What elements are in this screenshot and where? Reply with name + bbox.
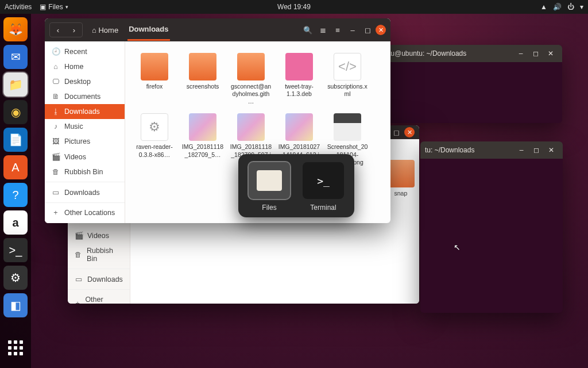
- switcher-item-files[interactable]: Files: [249, 162, 290, 212]
- file-label: IMG_20181118_182709_5…: [181, 143, 224, 158]
- maximize-button[interactable]: ◻: [529, 47, 543, 60]
- app-menu-files[interactable]: ▣ Files: [40, 3, 68, 11]
- file-item[interactable]: IMG_20181118_182709_5…: [179, 111, 226, 168]
- sidebar-item-desktop[interactable]: 🖵Desktop: [45, 74, 125, 89]
- dock-terminal[interactable]: >_: [3, 238, 28, 262]
- breadcrumb-label: Home: [98, 26, 118, 34]
- sidebar-item-documents[interactable]: 🗎Documents: [45, 89, 125, 104]
- network-icon[interactable]: ▲: [540, 3, 547, 11]
- file-item[interactable]: gsconnect@andyholmes.gith…: [227, 51, 274, 108]
- sidebar-item-pictures[interactable]: 🖼Pictures: [45, 134, 125, 149]
- system-menu-chevron-icon[interactable]: ▾: [580, 3, 583, 11]
- home-icon: ⌂: [92, 26, 96, 34]
- videos-icon: 🎬: [52, 152, 60, 161]
- close-button[interactable]: ✕: [404, 127, 415, 137]
- close-button[interactable]: ✕: [544, 47, 558, 60]
- volume-icon[interactable]: 🔊: [553, 3, 562, 11]
- sidebar-item-recent[interactable]: 🕘Recent: [45, 44, 125, 59]
- sidebar-item-other-locations[interactable]: +Other Locations: [45, 205, 125, 220]
- breadcrumb-home[interactable]: ⌂ Home: [91, 20, 119, 40]
- sidebar-item-videos[interactable]: 🎬Videos: [68, 228, 130, 243]
- dock-rhythmbox[interactable]: ◉: [3, 100, 28, 124]
- sidebar-item-label: Downloads: [64, 108, 100, 116]
- file-item[interactable]: firefox: [131, 51, 178, 108]
- terminal-2-titlebar[interactable]: tu: ~/Downloads – ◻ ✕: [420, 141, 563, 159]
- activities-button[interactable]: Activities: [5, 3, 32, 11]
- sidebar-item-rubbish[interactable]: 🗑Rubbish Bin: [45, 164, 125, 179]
- switcher-item-terminal[interactable]: >_ Terminal: [303, 162, 344, 212]
- forward-button[interactable]: ›: [66, 23, 82, 37]
- terminal-window-2[interactable]: tu: ~/Downloads – ◻ ✕: [420, 141, 563, 313]
- dock-libreoffice-writer[interactable]: 📄: [3, 128, 28, 152]
- dock-firefox[interactable]: 🦊: [3, 17, 28, 41]
- minimize-button[interactable]: –: [514, 143, 528, 157]
- music-icon: ♪: [52, 122, 60, 131]
- sidebar-item-downloads[interactable]: ▭Downloads: [68, 271, 130, 287]
- search-button[interactable]: 🔍: [301, 23, 315, 37]
- dock-thunderbird[interactable]: ✉: [3, 45, 28, 69]
- dock-screenshot[interactable]: ◧: [3, 293, 28, 317]
- sidebar-item-label: Other Locations: [64, 209, 115, 217]
- minimize-button[interactable]: –: [514, 47, 528, 60]
- terminal-1-titlebar[interactable]: tu@ubuntu: ~/Downloads – ◻ ✕: [384, 45, 562, 62]
- files-thumbnail-icon: [249, 162, 290, 199]
- file-label: raven-reader-0.3.8-x86…: [133, 143, 176, 158]
- dock: 🦊 ✉ 📁 ◉ 📄 A ? a >_ ⚙ ◧: [0, 14, 31, 368]
- maximize-button[interactable]: ◻: [361, 23, 374, 37]
- home-icon: ⌂: [52, 63, 60, 71]
- img-icon: [285, 113, 313, 141]
- file-label: snap: [394, 190, 407, 197]
- terminal-1-body[interactable]: [384, 62, 562, 123]
- sidebar-item-label: Downloads: [64, 189, 100, 197]
- dock-settings[interactable]: ⚙: [3, 266, 28, 290]
- dock-files[interactable]: 📁: [3, 72, 28, 97]
- breadcrumb: ⌂ Home Downloads: [91, 19, 170, 41]
- file-item[interactable]: tweet-tray-1.1.3.deb: [276, 51, 323, 108]
- videos-icon: 🎬: [75, 231, 83, 240]
- sidebar-item-label: Other Locations: [85, 296, 122, 304]
- breadcrumb-downloads[interactable]: Downloads: [127, 19, 169, 41]
- desktop-icon: 🖵: [52, 78, 60, 86]
- sidebar-item-label: Recent: [64, 48, 87, 56]
- switcher-label: Terminal: [310, 204, 336, 212]
- terminal-window-1[interactable]: tu@ubuntu: ~/Downloads – ◻ ✕: [384, 45, 562, 123]
- plus-icon: +: [52, 209, 60, 217]
- terminal-2-body[interactable]: [420, 159, 563, 313]
- sidebar-item-music[interactable]: ♪Music: [45, 119, 125, 134]
- power-icon[interactable]: ⏻: [567, 3, 574, 11]
- sidebar-item-home[interactable]: ⌂Home: [45, 59, 125, 74]
- maximize-button[interactable]: ◻: [529, 143, 543, 157]
- sidebar-item-rubbish[interactable]: 🗑Rubbish Bin: [68, 243, 130, 266]
- sidebar-item-other-locations[interactable]: +Other Locations: [68, 292, 130, 304]
- dock-amazon[interactable]: a: [3, 210, 28, 235]
- top-panel: Activities ▣ Files Wed 19:49 ▲ 🔊 ⏻ ▾: [0, 0, 588, 14]
- minimize-button[interactable]: –: [346, 23, 359, 37]
- file-item[interactable]: screenshots: [179, 51, 226, 108]
- maximize-button[interactable]: ◻: [389, 125, 403, 139]
- file-label: subscriptions.xml: [326, 83, 369, 98]
- app-menu-label: Files: [48, 3, 63, 11]
- documents-icon: 🗎: [52, 93, 60, 101]
- sidebar-item-downloads-bookmark[interactable]: ▭Downloads: [45, 185, 125, 200]
- back-button[interactable]: ‹: [50, 23, 66, 37]
- img-icon: [237, 113, 265, 141]
- trash-icon: 🗑: [75, 251, 82, 259]
- folder-icon: [387, 160, 415, 187]
- sidebar-item-videos[interactable]: 🎬Videos: [45, 149, 125, 164]
- clock[interactable]: Wed 19:49: [277, 3, 311, 11]
- view-list-button[interactable]: ≣: [316, 23, 330, 37]
- file-label: screenshots: [187, 83, 219, 90]
- dock-help[interactable]: ?: [3, 183, 28, 207]
- close-button[interactable]: ✕: [544, 143, 558, 157]
- dock-ubuntu-software[interactable]: A: [3, 155, 28, 179]
- files-sidebar: 🕘Recent ⌂Home 🖵Desktop 🗎Documents ⭳Downl…: [45, 41, 125, 223]
- file-item[interactable]: ⚙raven-reader-0.3.8-x86…: [131, 111, 178, 168]
- files-titlebar[interactable]: ‹ › ⌂ Home Downloads 🔍 ≣ ≡ – ◻ ✕: [45, 18, 390, 41]
- sidebar-item-downloads[interactable]: ⭳Downloads: [45, 104, 125, 119]
- show-applications[interactable]: [3, 336, 28, 360]
- file-item[interactable]: </>subscriptions.xml: [324, 51, 371, 108]
- xml-icon: </>: [334, 53, 361, 80]
- hamburger-menu-button[interactable]: ≡: [331, 23, 345, 37]
- folder-icon: [189, 53, 216, 80]
- close-button[interactable]: ✕: [376, 25, 386, 35]
